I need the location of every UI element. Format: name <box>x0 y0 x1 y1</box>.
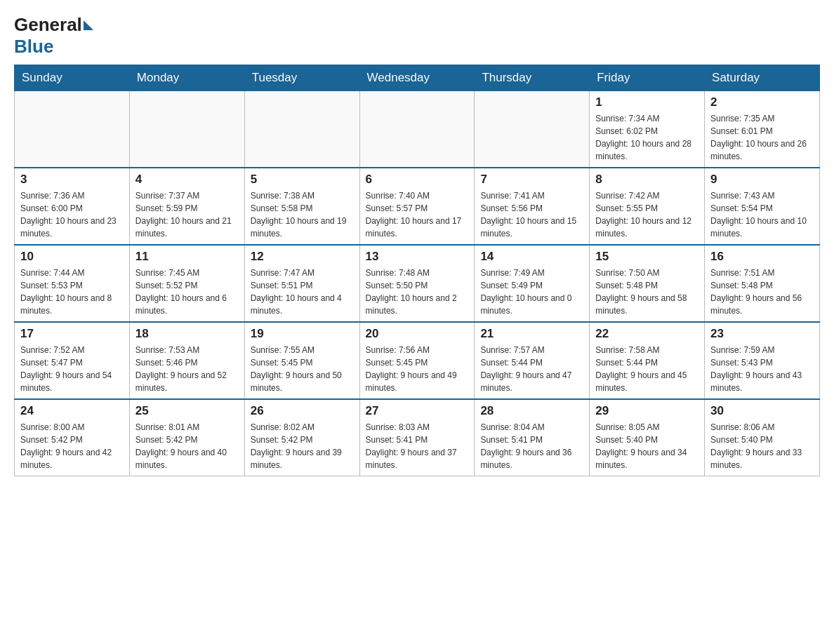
day-number: 14 <box>480 250 583 264</box>
calendar-week-row: 24Sunrise: 8:00 AMSunset: 5:42 PMDayligh… <box>15 399 820 476</box>
day-number: 22 <box>595 327 699 341</box>
day-number: 10 <box>20 250 124 264</box>
calendar-cell: 2Sunrise: 7:35 AMSunset: 6:01 PMDaylight… <box>705 91 820 168</box>
day-info: Sunrise: 7:45 AMSunset: 5:52 PMDaylight:… <box>135 267 239 317</box>
day-number: 27 <box>366 404 469 418</box>
day-number: 3 <box>20 173 124 187</box>
day-info: Sunrise: 8:03 AMSunset: 5:41 PMDaylight:… <box>366 421 469 471</box>
day-number: 15 <box>595 250 699 264</box>
calendar-cell: 24Sunrise: 8:00 AMSunset: 5:42 PMDayligh… <box>15 399 130 476</box>
col-header-tuesday: Tuesday <box>244 65 359 91</box>
calendar-cell: 17Sunrise: 7:52 AMSunset: 5:47 PMDayligh… <box>15 322 130 399</box>
day-info: Sunrise: 7:35 AMSunset: 6:01 PMDaylight:… <box>710 112 814 163</box>
day-info: Sunrise: 7:50 AMSunset: 5:48 PMDaylight:… <box>595 267 699 317</box>
logo-arrow-icon <box>84 20 93 30</box>
calendar-cell <box>244 91 359 168</box>
calendar-cell: 10Sunrise: 7:44 AMSunset: 5:53 PMDayligh… <box>15 245 130 322</box>
calendar-cell: 13Sunrise: 7:48 AMSunset: 5:50 PMDayligh… <box>359 245 475 322</box>
day-info: Sunrise: 7:47 AMSunset: 5:51 PMDaylight:… <box>251 267 354 317</box>
day-info: Sunrise: 7:44 AMSunset: 5:53 PMDaylight:… <box>20 267 124 317</box>
day-info: Sunrise: 7:56 AMSunset: 5:45 PMDaylight:… <box>366 344 469 394</box>
col-header-sunday: Sunday <box>15 65 130 91</box>
calendar-cell: 7Sunrise: 7:41 AMSunset: 5:56 PMDaylight… <box>475 168 590 245</box>
calendar-cell: 27Sunrise: 8:03 AMSunset: 5:41 PMDayligh… <box>359 399 475 476</box>
day-number: 17 <box>20 327 124 341</box>
logo-general-text: General <box>14 14 82 36</box>
day-info: Sunrise: 8:00 AMSunset: 5:42 PMDaylight:… <box>20 421 124 471</box>
calendar-cell: 3Sunrise: 7:36 AMSunset: 6:00 PMDaylight… <box>15 168 130 245</box>
day-number: 6 <box>366 173 469 187</box>
page-header: General Blue <box>14 14 820 58</box>
col-header-wednesday: Wednesday <box>359 65 475 91</box>
day-info: Sunrise: 7:58 AMSunset: 5:44 PMDaylight:… <box>595 344 699 394</box>
day-info: Sunrise: 8:02 AMSunset: 5:42 PMDaylight:… <box>251 421 354 471</box>
calendar-week-row: 17Sunrise: 7:52 AMSunset: 5:47 PMDayligh… <box>15 322 820 399</box>
day-number: 9 <box>710 173 814 187</box>
day-info: Sunrise: 7:48 AMSunset: 5:50 PMDaylight:… <box>366 267 469 317</box>
day-info: Sunrise: 7:42 AMSunset: 5:55 PMDaylight:… <box>595 189 699 240</box>
calendar-cell: 25Sunrise: 8:01 AMSunset: 5:42 PMDayligh… <box>129 399 244 476</box>
day-number: 12 <box>251 250 354 264</box>
calendar-cell <box>359 91 475 168</box>
logo-blue-text: Blue <box>14 36 53 58</box>
col-header-friday: Friday <box>590 65 705 91</box>
day-number: 8 <box>595 173 699 187</box>
day-info: Sunrise: 7:52 AMSunset: 5:47 PMDaylight:… <box>20 344 124 394</box>
calendar-cell <box>15 91 130 168</box>
logo: General Blue <box>14 14 95 58</box>
day-number: 4 <box>135 173 239 187</box>
calendar-header-row: SundayMondayTuesdayWednesdayThursdayFrid… <box>15 65 820 91</box>
calendar-cell: 4Sunrise: 7:37 AMSunset: 5:59 PMDaylight… <box>129 168 244 245</box>
day-info: Sunrise: 7:53 AMSunset: 5:46 PMDaylight:… <box>135 344 239 394</box>
calendar-cell: 23Sunrise: 7:59 AMSunset: 5:43 PMDayligh… <box>705 322 820 399</box>
day-number: 23 <box>710 327 814 341</box>
calendar-cell: 28Sunrise: 8:04 AMSunset: 5:41 PMDayligh… <box>475 399 590 476</box>
day-number: 24 <box>20 404 124 418</box>
calendar-cell <box>129 91 244 168</box>
day-info: Sunrise: 8:01 AMSunset: 5:42 PMDaylight:… <box>135 421 239 471</box>
calendar-cell: 14Sunrise: 7:49 AMSunset: 5:49 PMDayligh… <box>475 245 590 322</box>
col-header-saturday: Saturday <box>705 65 820 91</box>
calendar-cell <box>475 91 590 168</box>
calendar-cell: 12Sunrise: 7:47 AMSunset: 5:51 PMDayligh… <box>244 245 359 322</box>
day-info: Sunrise: 8:06 AMSunset: 5:40 PMDaylight:… <box>710 421 814 471</box>
day-info: Sunrise: 7:36 AMSunset: 6:00 PMDaylight:… <box>20 189 124 240</box>
day-number: 26 <box>251 404 354 418</box>
day-number: 1 <box>595 95 699 109</box>
day-info: Sunrise: 8:04 AMSunset: 5:41 PMDaylight:… <box>480 421 583 471</box>
day-info: Sunrise: 8:05 AMSunset: 5:40 PMDaylight:… <box>595 421 699 471</box>
day-info: Sunrise: 7:38 AMSunset: 5:58 PMDaylight:… <box>251 189 354 240</box>
calendar-cell: 1Sunrise: 7:34 AMSunset: 6:02 PMDaylight… <box>590 91 705 168</box>
calendar-cell: 30Sunrise: 8:06 AMSunset: 5:40 PMDayligh… <box>705 399 820 476</box>
calendar-week-row: 10Sunrise: 7:44 AMSunset: 5:53 PMDayligh… <box>15 245 820 322</box>
calendar-cell: 8Sunrise: 7:42 AMSunset: 5:55 PMDaylight… <box>590 168 705 245</box>
day-number: 13 <box>366 250 469 264</box>
day-number: 21 <box>480 327 583 341</box>
calendar-cell: 29Sunrise: 8:05 AMSunset: 5:40 PMDayligh… <box>590 399 705 476</box>
calendar-cell: 22Sunrise: 7:58 AMSunset: 5:44 PMDayligh… <box>590 322 705 399</box>
calendar-cell: 5Sunrise: 7:38 AMSunset: 5:58 PMDaylight… <box>244 168 359 245</box>
day-info: Sunrise: 7:40 AMSunset: 5:57 PMDaylight:… <box>366 189 469 240</box>
day-number: 29 <box>595 404 699 418</box>
calendar-cell: 6Sunrise: 7:40 AMSunset: 5:57 PMDaylight… <box>359 168 475 245</box>
day-number: 25 <box>135 404 239 418</box>
calendar-cell: 18Sunrise: 7:53 AMSunset: 5:46 PMDayligh… <box>129 322 244 399</box>
day-number: 7 <box>480 173 583 187</box>
day-number: 30 <box>710 404 814 418</box>
calendar-table: SundayMondayTuesdayWednesdayThursdayFrid… <box>14 65 820 476</box>
calendar-cell: 20Sunrise: 7:56 AMSunset: 5:45 PMDayligh… <box>359 322 475 399</box>
day-number: 28 <box>480 404 583 418</box>
day-info: Sunrise: 7:34 AMSunset: 6:02 PMDaylight:… <box>595 112 699 163</box>
day-info: Sunrise: 7:41 AMSunset: 5:56 PMDaylight:… <box>480 189 583 240</box>
day-info: Sunrise: 7:43 AMSunset: 5:54 PMDaylight:… <box>710 189 814 240</box>
day-number: 18 <box>135 327 239 341</box>
calendar-cell: 16Sunrise: 7:51 AMSunset: 5:48 PMDayligh… <box>705 245 820 322</box>
day-number: 19 <box>251 327 354 341</box>
day-number: 20 <box>366 327 469 341</box>
day-info: Sunrise: 7:49 AMSunset: 5:49 PMDaylight:… <box>480 267 583 317</box>
day-info: Sunrise: 7:37 AMSunset: 5:59 PMDaylight:… <box>135 189 239 240</box>
calendar-week-row: 1Sunrise: 7:34 AMSunset: 6:02 PMDaylight… <box>15 91 820 168</box>
calendar-week-row: 3Sunrise: 7:36 AMSunset: 6:00 PMDaylight… <box>15 168 820 245</box>
col-header-thursday: Thursday <box>475 65 590 91</box>
day-info: Sunrise: 7:59 AMSunset: 5:43 PMDaylight:… <box>710 344 814 394</box>
